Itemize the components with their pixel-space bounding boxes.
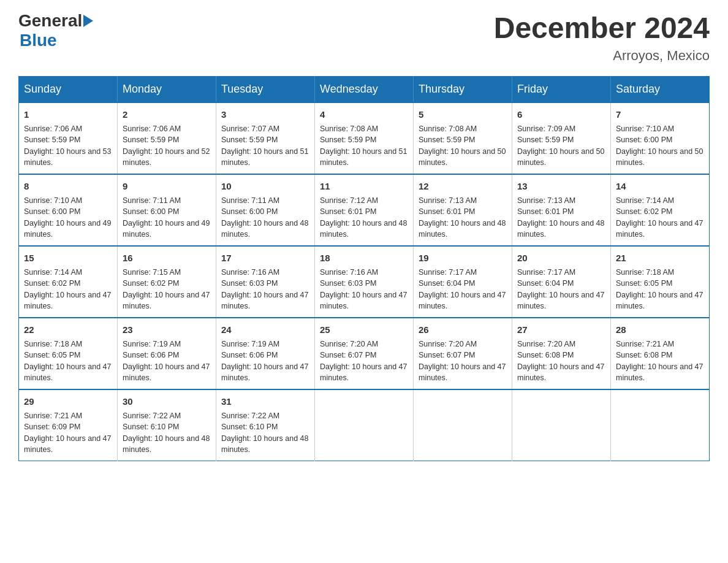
day-info: Sunrise: 7:18 AMSunset: 6:05 PMDaylight:… xyxy=(24,340,111,383)
day-number: 27 xyxy=(517,323,605,336)
calendar-cell: 13Sunrise: 7:13 AMSunset: 6:01 PMDayligh… xyxy=(512,174,611,246)
calendar-cell: 11Sunrise: 7:12 AMSunset: 6:01 PMDayligh… xyxy=(315,174,414,246)
calendar-cell: 17Sunrise: 7:16 AMSunset: 6:03 PMDayligh… xyxy=(216,246,315,318)
day-number: 28 xyxy=(616,323,704,336)
calendar-header-row: SundayMondayTuesdayWednesdayThursdayFrid… xyxy=(19,76,710,102)
calendar-week-row: 22Sunrise: 7:18 AMSunset: 6:05 PMDayligh… xyxy=(19,318,710,389)
day-number: 23 xyxy=(123,323,211,336)
calendar-cell: 23Sunrise: 7:19 AMSunset: 6:06 PMDayligh… xyxy=(118,318,216,389)
day-number: 13 xyxy=(517,180,605,193)
calendar-cell: 16Sunrise: 7:15 AMSunset: 6:02 PMDayligh… xyxy=(118,246,216,318)
logo: General Blue xyxy=(18,12,93,50)
day-number: 14 xyxy=(616,180,704,193)
calendar-subtitle: Arroyos, Mexico xyxy=(494,48,710,64)
day-info: Sunrise: 7:20 AMSunset: 6:08 PMDaylight:… xyxy=(517,340,604,383)
day-info: Sunrise: 7:09 AMSunset: 5:59 PMDaylight:… xyxy=(517,124,604,167)
day-info: Sunrise: 7:22 AMSunset: 6:10 PMDaylight:… xyxy=(221,412,308,454)
day-number: 3 xyxy=(221,108,309,121)
day-info: Sunrise: 7:12 AMSunset: 6:01 PMDaylight:… xyxy=(320,196,407,239)
calendar-cell: 1Sunrise: 7:06 AMSunset: 5:59 PMDaylight… xyxy=(19,102,118,174)
calendar-cell: 26Sunrise: 7:20 AMSunset: 6:07 PMDayligh… xyxy=(414,318,512,389)
calendar-cell: 3Sunrise: 7:07 AMSunset: 5:59 PMDaylight… xyxy=(216,102,315,174)
day-number: 31 xyxy=(221,395,309,408)
day-info: Sunrise: 7:11 AMSunset: 6:00 PMDaylight:… xyxy=(221,196,308,239)
day-info: Sunrise: 7:15 AMSunset: 6:02 PMDaylight:… xyxy=(123,268,210,311)
calendar-cell: 18Sunrise: 7:16 AMSunset: 6:03 PMDayligh… xyxy=(315,246,414,318)
calendar-week-row: 29Sunrise: 7:21 AMSunset: 6:09 PMDayligh… xyxy=(19,389,710,461)
day-number: 6 xyxy=(517,108,605,121)
day-info: Sunrise: 7:11 AMSunset: 6:00 PMDaylight:… xyxy=(123,196,210,239)
calendar-week-row: 15Sunrise: 7:14 AMSunset: 6:02 PMDayligh… xyxy=(19,246,710,318)
calendar-cell: 2Sunrise: 7:06 AMSunset: 5:59 PMDaylight… xyxy=(118,102,216,174)
day-number: 26 xyxy=(419,323,507,336)
calendar-cell: 7Sunrise: 7:10 AMSunset: 6:00 PMDaylight… xyxy=(611,102,710,174)
calendar-cell: 15Sunrise: 7:14 AMSunset: 6:02 PMDayligh… xyxy=(19,246,118,318)
calendar-table: SundayMondayTuesdayWednesdayThursdayFrid… xyxy=(18,76,710,461)
day-info: Sunrise: 7:08 AMSunset: 5:59 PMDaylight:… xyxy=(419,124,506,167)
day-number: 11 xyxy=(320,180,408,193)
header-friday: Friday xyxy=(512,76,611,102)
calendar-cell xyxy=(611,389,710,461)
day-number: 12 xyxy=(419,180,507,193)
day-info: Sunrise: 7:21 AMSunset: 6:09 PMDaylight:… xyxy=(24,412,111,454)
header-tuesday: Tuesday xyxy=(216,76,315,102)
day-info: Sunrise: 7:22 AMSunset: 6:10 PMDaylight:… xyxy=(123,412,210,454)
day-number: 25 xyxy=(320,323,408,336)
calendar-cell: 19Sunrise: 7:17 AMSunset: 6:04 PMDayligh… xyxy=(414,246,512,318)
day-info: Sunrise: 7:13 AMSunset: 6:01 PMDaylight:… xyxy=(517,196,604,239)
calendar-cell: 27Sunrise: 7:20 AMSunset: 6:08 PMDayligh… xyxy=(512,318,611,389)
day-info: Sunrise: 7:18 AMSunset: 6:05 PMDaylight:… xyxy=(616,268,703,311)
day-number: 19 xyxy=(419,251,507,264)
day-info: Sunrise: 7:21 AMSunset: 6:08 PMDaylight:… xyxy=(616,340,703,383)
calendar-cell: 24Sunrise: 7:19 AMSunset: 6:06 PMDayligh… xyxy=(216,318,315,389)
day-number: 21 xyxy=(616,251,704,264)
day-number: 4 xyxy=(320,108,408,121)
day-number: 24 xyxy=(221,323,309,336)
day-info: Sunrise: 7:20 AMSunset: 6:07 PMDaylight:… xyxy=(419,340,506,383)
day-info: Sunrise: 7:19 AMSunset: 6:06 PMDaylight:… xyxy=(123,340,210,383)
day-number: 17 xyxy=(221,251,309,264)
day-number: 18 xyxy=(320,251,408,264)
calendar-cell: 22Sunrise: 7:18 AMSunset: 6:05 PMDayligh… xyxy=(19,318,118,389)
calendar-cell: 20Sunrise: 7:17 AMSunset: 6:04 PMDayligh… xyxy=(512,246,611,318)
calendar-cell: 14Sunrise: 7:14 AMSunset: 6:02 PMDayligh… xyxy=(611,174,710,246)
day-number: 29 xyxy=(24,395,112,408)
header-saturday: Saturday xyxy=(611,76,710,102)
day-info: Sunrise: 7:10 AMSunset: 6:00 PMDaylight:… xyxy=(24,196,111,239)
day-number: 8 xyxy=(24,180,112,193)
day-number: 7 xyxy=(616,108,704,121)
day-number: 30 xyxy=(123,395,211,408)
day-number: 15 xyxy=(24,251,112,264)
day-info: Sunrise: 7:13 AMSunset: 6:01 PMDaylight:… xyxy=(419,196,506,239)
day-info: Sunrise: 7:14 AMSunset: 6:02 PMDaylight:… xyxy=(24,268,111,311)
day-info: Sunrise: 7:16 AMSunset: 6:03 PMDaylight:… xyxy=(221,268,308,311)
calendar-cell: 21Sunrise: 7:18 AMSunset: 6:05 PMDayligh… xyxy=(611,246,710,318)
day-info: Sunrise: 7:06 AMSunset: 5:59 PMDaylight:… xyxy=(24,124,111,167)
calendar-cell: 12Sunrise: 7:13 AMSunset: 6:01 PMDayligh… xyxy=(414,174,512,246)
day-info: Sunrise: 7:19 AMSunset: 6:06 PMDaylight:… xyxy=(221,340,308,383)
day-number: 16 xyxy=(123,251,211,264)
day-info: Sunrise: 7:10 AMSunset: 6:00 PMDaylight:… xyxy=(616,124,703,167)
calendar-cell: 4Sunrise: 7:08 AMSunset: 5:59 PMDaylight… xyxy=(315,102,414,174)
calendar-cell xyxy=(414,389,512,461)
calendar-week-row: 1Sunrise: 7:06 AMSunset: 5:59 PMDaylight… xyxy=(19,102,710,174)
calendar-cell: 25Sunrise: 7:20 AMSunset: 6:07 PMDayligh… xyxy=(315,318,414,389)
day-number: 20 xyxy=(517,251,605,264)
day-info: Sunrise: 7:17 AMSunset: 6:04 PMDaylight:… xyxy=(517,268,604,311)
calendar-cell: 9Sunrise: 7:11 AMSunset: 6:00 PMDaylight… xyxy=(118,174,216,246)
calendar-cell xyxy=(315,389,414,461)
day-number: 9 xyxy=(123,180,211,193)
logo-arrow-icon xyxy=(83,15,93,27)
day-info: Sunrise: 7:08 AMSunset: 5:59 PMDaylight:… xyxy=(320,124,407,167)
calendar-cell: 31Sunrise: 7:22 AMSunset: 6:10 PMDayligh… xyxy=(216,389,315,461)
day-info: Sunrise: 7:14 AMSunset: 6:02 PMDaylight:… xyxy=(616,196,703,239)
day-number: 10 xyxy=(221,180,309,193)
header-wednesday: Wednesday xyxy=(315,76,414,102)
header-monday: Monday xyxy=(118,76,216,102)
logo-general-text: General xyxy=(18,12,82,29)
calendar-cell: 6Sunrise: 7:09 AMSunset: 5:59 PMDaylight… xyxy=(512,102,611,174)
calendar-title: December 2024 xyxy=(494,12,710,45)
day-info: Sunrise: 7:06 AMSunset: 5:59 PMDaylight:… xyxy=(123,124,210,167)
calendar-cell: 8Sunrise: 7:10 AMSunset: 6:00 PMDaylight… xyxy=(19,174,118,246)
logo-blue-text: Blue xyxy=(20,31,57,50)
